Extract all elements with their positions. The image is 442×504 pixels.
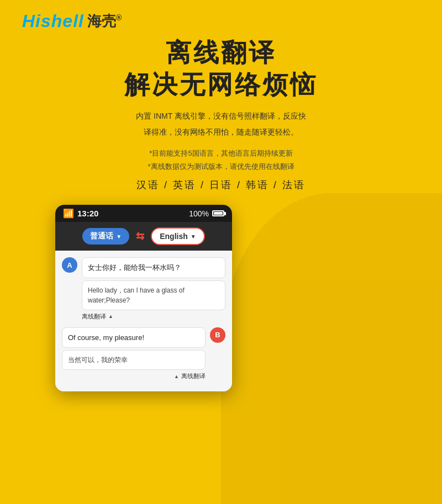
offline-label-b: 离线翻译 — [181, 372, 206, 380]
phone-chat: A 女士你好，能给我一杯水吗？ Hello lady，can I have a … — [55, 251, 232, 391]
languages-bar: 汉语 / 英语 / 日语 / 韩语 / 法语 — [22, 178, 420, 192]
avatar-a: A — [62, 257, 77, 273]
battery-icon — [212, 210, 224, 216]
msg-b-original: Of course, my pleasure! — [62, 327, 206, 348]
logo-english: Hishell — [22, 11, 84, 31]
msg-b-translation: 当然可以，我的荣幸 — [62, 350, 206, 370]
offline-label-a: 离线翻译 — [82, 312, 106, 321]
status-left: 📶 13:20 — [63, 208, 98, 219]
chinese-lang-btn[interactable]: 普通话 ▼ — [82, 228, 129, 245]
status-right: 100% — [189, 209, 224, 218]
phone-lang-bar: 普通话 ▼ ⇆ English ▼ — [55, 222, 232, 251]
note-line1: *目前能支持5国语言，其他语言后期持续更新 — [22, 147, 420, 160]
swap-icon[interactable]: ⇆ — [136, 230, 144, 242]
message-b-row: Of course, my pleasure! B — [62, 327, 225, 348]
logo-reg: ® — [116, 13, 122, 22]
chinese-label: 普通话 — [90, 231, 113, 241]
offline-tag-b: ▲ 离线翻译 — [62, 372, 206, 380]
chinese-dropdown-icon: ▼ — [116, 234, 122, 240]
english-dropdown-icon: ▼ — [191, 234, 196, 240]
wifi-icon: 📶 — [63, 208, 74, 219]
msg-a-original: 女士你好，能给我一杯水吗？ — [82, 257, 225, 278]
avatar-b: B — [210, 327, 225, 343]
offline-triangle-b: ▲ — [174, 374, 179, 379]
phone-status-bar: 📶 13:20 100% — [55, 205, 232, 222]
message-a-row: A 女士你好，能给我一杯水吗？ — [62, 257, 225, 278]
phone-wrapper: 📶 13:20 100% 普通话 ▼ ⇆ English — [22, 205, 420, 391]
hero-title-line1: 离线翻译 — [166, 38, 276, 67]
english-label: English — [160, 232, 188, 241]
msg-a-translation: Hello lady，can I have a glass of water;P… — [82, 280, 225, 310]
phone-mockup: 📶 13:20 100% 普通话 ▼ ⇆ English — [55, 205, 232, 391]
hero-title: 离线翻译 解决无网络烦恼 — [22, 37, 420, 100]
english-lang-btn[interactable]: English ▼ — [151, 227, 204, 245]
hero-title-line2: 解决无网络烦恼 — [124, 70, 318, 99]
status-time: 13:20 — [77, 209, 98, 218]
note-line2: *离线数据仅为测试版本，请优先使用在线翻译 — [22, 160, 420, 173]
logo-area: Hishell 海壳® — [22, 11, 420, 31]
desc-line2: 译得准，没有网络不用怕，随走随译更轻松。 — [22, 125, 420, 139]
logo-chinese: 海壳® — [87, 12, 122, 31]
description-block: 内置 INMT 离线引擎，没有信号照样翻译，反应快 译得准，没有网络不用怕，随走… — [22, 109, 420, 139]
battery-percent: 100% — [189, 209, 209, 218]
logo-chinese-text: 海壳 — [87, 13, 116, 29]
desc-line1: 内置 INMT 离线引擎，没有信号照样翻译，反应快 — [22, 109, 420, 123]
notes-block: *目前能支持5国语言，其他语言后期持续更新 *离线数据仅为测试版本，请优先使用在… — [22, 147, 420, 173]
offline-triangle-a: ▲ — [108, 314, 113, 319]
battery-fill — [214, 212, 223, 215]
offline-tag-a: 离线翻译 ▲ — [82, 312, 225, 321]
